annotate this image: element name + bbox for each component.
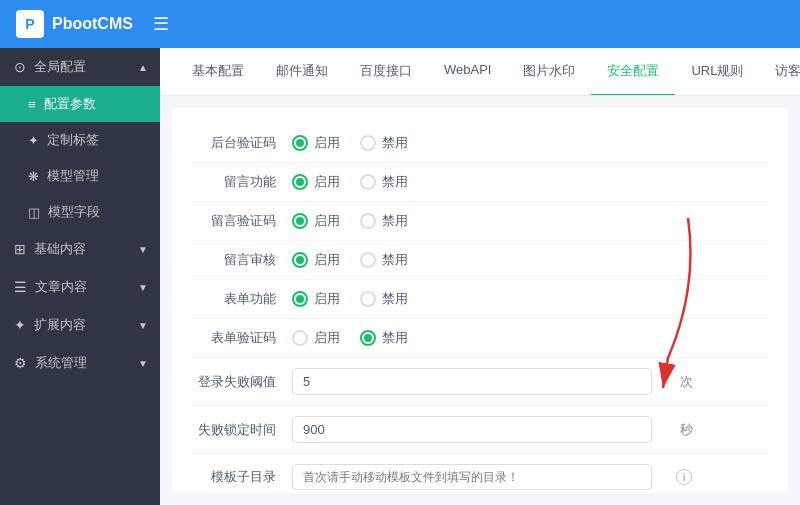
tab-basic[interactable]: 基本配置	[176, 48, 260, 96]
tab-security[interactable]: 安全配置	[591, 48, 675, 96]
tab-email[interactable]: 邮件通知	[260, 48, 344, 96]
arrow-icon: ▲	[138, 62, 148, 73]
tab-url[interactable]: URL规则	[675, 48, 759, 96]
controls-comment-audit: 启用 禁用	[292, 251, 408, 269]
radio-circle	[292, 135, 308, 151]
form-row-form-function: 表单功能 启用 禁用	[192, 280, 768, 319]
input-login-fail[interactable]	[292, 368, 652, 395]
tab-watermark[interactable]: 图片水印	[507, 48, 591, 96]
controls-lock-time: 秒	[292, 416, 693, 443]
radio-form-captcha-enable[interactable]: 启用	[292, 329, 340, 347]
sidebar-item-label: 配置参数	[44, 95, 96, 113]
template-fields-icon: ◫	[28, 205, 40, 220]
menu-toggle-button[interactable]: ☰	[153, 13, 169, 35]
arrow-icon: ▼	[138, 358, 148, 369]
radio-comment-audit-enable[interactable]: 启用	[292, 251, 340, 269]
radio-label: 禁用	[382, 134, 408, 152]
form-row-login-fail: 登录失败阈值 次	[192, 358, 768, 406]
radio-form-function-enable[interactable]: 启用	[292, 290, 340, 308]
radio-circle	[360, 213, 376, 229]
sidebar-item-custom-tags[interactable]: ✦ 定制标签	[0, 122, 160, 158]
sidebar-group-article-content[interactable]: ☰ 文章内容 ▼	[0, 268, 160, 306]
radio-circle	[292, 291, 308, 307]
radio-label: 启用	[314, 290, 340, 308]
sidebar-item-label: 定制标签	[47, 131, 99, 149]
sidebar-group-extend-content[interactable]: ✦ 扩展内容 ▼	[0, 306, 160, 344]
form-row-backend-captcha: 后台验证码 启用 禁用	[192, 124, 768, 163]
radio-backend-captcha-enable[interactable]: 启用	[292, 134, 340, 152]
radio-label: 禁用	[382, 251, 408, 269]
input-lock-time[interactable]	[292, 416, 652, 443]
radio-circle	[360, 252, 376, 268]
label-login-fail: 登录失败阈值	[192, 373, 292, 391]
form-row-lock-time: 失败锁定时间 秒	[192, 406, 768, 454]
unit-lock-time: 秒	[680, 421, 693, 439]
label-form-captcha: 表单验证码	[192, 329, 292, 347]
sidebar-group-global-config[interactable]: ⊙ 全局配置 ▲	[0, 48, 160, 86]
controls-template-dir: i	[292, 464, 692, 490]
logo: P PbootCMS	[16, 10, 133, 38]
extend-content-icon: ✦	[14, 317, 26, 333]
sidebar-item-template-fields[interactable]: ◫ 模型字段	[0, 194, 160, 230]
radio-label: 启用	[314, 134, 340, 152]
radio-circle	[292, 252, 308, 268]
radio-label: 禁用	[382, 329, 408, 347]
controls-backend-captcha: 启用 禁用	[292, 134, 408, 152]
radio-backend-captcha-disable[interactable]: 禁用	[360, 134, 408, 152]
radio-comment-function-disable[interactable]: 禁用	[360, 173, 408, 191]
sidebar-group-label: 文章内容	[35, 278, 87, 296]
controls-form-function: 启用 禁用	[292, 290, 408, 308]
label-lock-time: 失败锁定时间	[192, 421, 292, 439]
radio-comment-audit-disable[interactable]: 禁用	[360, 251, 408, 269]
form-row-comment-function: 留言功能 启用 禁用	[192, 163, 768, 202]
radio-form-function-disable[interactable]: 禁用	[360, 290, 408, 308]
radio-circle	[292, 330, 308, 346]
label-backend-captcha: 后台验证码	[192, 134, 292, 152]
form-row-template-dir: 模板子目录 i	[192, 454, 768, 493]
sidebar-group-label: 基础内容	[34, 240, 86, 258]
header: P PbootCMS ☰	[0, 0, 800, 48]
sidebar-item-template-manage[interactable]: ❋ 模型管理	[0, 158, 160, 194]
arrow-icon: ▼	[138, 320, 148, 331]
tab-baidu[interactable]: 百度接口	[344, 48, 428, 96]
info-icon[interactable]: i	[676, 469, 692, 485]
tab-visitor[interactable]: 访客信息	[759, 48, 800, 96]
tab-webapi[interactable]: WebAPI	[428, 48, 507, 96]
radio-circle	[360, 291, 376, 307]
radio-label: 启用	[314, 173, 340, 191]
label-form-function: 表单功能	[192, 290, 292, 308]
radio-label: 启用	[314, 212, 340, 230]
template-manage-icon: ❋	[28, 169, 39, 184]
radio-comment-function-enable[interactable]: 启用	[292, 173, 340, 191]
content-area: 后台验证码 启用 禁用 留言功能	[172, 108, 788, 493]
logo-text: PbootCMS	[52, 15, 133, 33]
radio-circle	[360, 174, 376, 190]
radio-label: 禁用	[382, 173, 408, 191]
radio-label: 禁用	[382, 290, 408, 308]
sidebar-item-label: 模型管理	[47, 167, 99, 185]
sidebar-group-basic-content[interactable]: ⊞ 基础内容 ▼	[0, 230, 160, 268]
form-row-comment-captcha: 留言验证码 启用 禁用	[192, 202, 768, 241]
input-template-dir[interactable]	[292, 464, 652, 490]
sidebar-group-label: 系统管理	[35, 354, 87, 372]
sidebar: ⊙ 全局配置 ▲ ≡ 配置参数 ✦ 定制标签 ❋ 模型管理 ◫ 模型字段 ⊞ 基…	[0, 48, 160, 505]
tab-bar: 基本配置 邮件通知 百度接口 WebAPI 图片水印 安全配置 URL规则 访客…	[160, 48, 800, 96]
arrow-icon: ▼	[138, 244, 148, 255]
radio-circle	[292, 174, 308, 190]
config-params-icon: ≡	[28, 97, 36, 112]
sidebar-group-system-manage[interactable]: ⚙ 系统管理 ▼	[0, 344, 160, 382]
radio-comment-captcha-disable[interactable]: 禁用	[360, 212, 408, 230]
controls-login-fail: 次	[292, 368, 693, 395]
radio-form-captcha-disable[interactable]: 禁用	[360, 329, 408, 347]
basic-content-icon: ⊞	[14, 241, 26, 257]
main-layout: ⊙ 全局配置 ▲ ≡ 配置参数 ✦ 定制标签 ❋ 模型管理 ◫ 模型字段 ⊞ 基…	[0, 48, 800, 505]
radio-label: 禁用	[382, 212, 408, 230]
arrow-icon: ▼	[138, 282, 148, 293]
label-comment-captcha: 留言验证码	[192, 212, 292, 230]
global-config-icon: ⊙	[14, 59, 26, 75]
label-template-dir: 模板子目录	[192, 468, 292, 486]
radio-label: 启用	[314, 329, 340, 347]
radio-comment-captcha-enable[interactable]: 启用	[292, 212, 340, 230]
sidebar-item-config-params[interactable]: ≡ 配置参数	[0, 86, 160, 122]
form-row-comment-audit: 留言审核 启用 禁用	[192, 241, 768, 280]
